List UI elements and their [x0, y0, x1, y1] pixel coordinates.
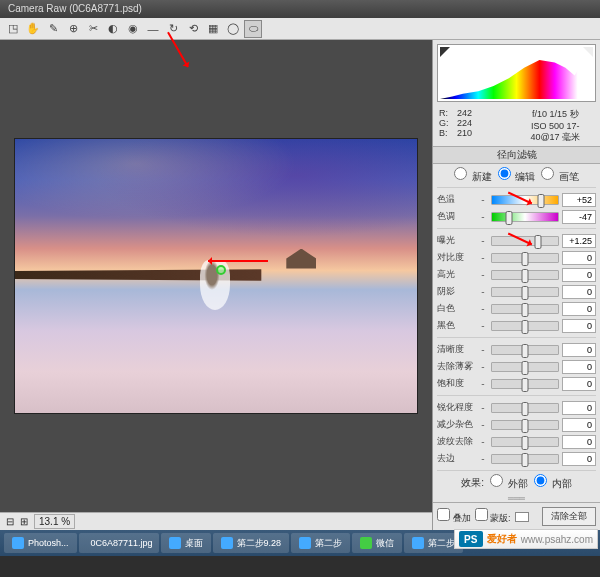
highlight-clip-icon[interactable]	[583, 47, 593, 57]
task-item[interactable]: 微信	[352, 533, 402, 553]
tool-pointer[interactable]: ◳	[4, 20, 22, 38]
slider-thumb[interactable]	[522, 402, 529, 416]
zoom-level[interactable]: 13.1 %	[34, 514, 75, 529]
mode-edit[interactable]: 编辑	[498, 167, 536, 184]
slider-track[interactable]	[491, 253, 559, 263]
slider-sharpness[interactable]: 锐化程度-0	[437, 399, 596, 416]
slider-track[interactable]	[491, 454, 559, 464]
slider-saturation[interactable]: 饱和度-0	[437, 375, 596, 392]
slider-label: 减少杂色	[437, 418, 475, 431]
slider-value[interactable]: 0	[562, 319, 596, 333]
slider-value[interactable]: 0	[562, 251, 596, 265]
tool-clone[interactable]: ↻	[164, 20, 182, 38]
task-item[interactable]: 第二步	[291, 533, 350, 553]
zoom-out-icon[interactable]: ⊟	[6, 516, 14, 527]
slider-thumb[interactable]	[522, 320, 529, 334]
tool-crop[interactable]: ✂	[84, 20, 102, 38]
overlay-checkbox[interactable]: 叠加	[437, 508, 471, 525]
slider-blacks[interactable]: 黑色-0	[437, 317, 596, 334]
slider-value[interactable]: 0	[562, 452, 596, 466]
slider-track[interactable]	[491, 345, 559, 355]
mask-color-swatch[interactable]	[515, 512, 529, 522]
preview-image[interactable]	[14, 138, 417, 414]
drag-handle[interactable]: ═══	[433, 494, 600, 502]
slider-value[interactable]: 0	[562, 401, 596, 415]
slider-track[interactable]	[491, 212, 559, 222]
slider-moire[interactable]: 波纹去除-0	[437, 433, 596, 450]
mode-brush[interactable]: 画笔	[541, 167, 579, 184]
slider-value[interactable]: 0	[562, 268, 596, 282]
tool-hand[interactable]: ✋	[24, 20, 42, 38]
slider-thumb[interactable]	[522, 419, 529, 433]
slider-track[interactable]	[491, 379, 559, 389]
slider-thumb[interactable]	[522, 269, 529, 283]
slider-thumb[interactable]	[522, 436, 529, 450]
slider-track[interactable]	[491, 304, 559, 314]
task-item[interactable]: 桌面	[161, 533, 211, 553]
effect-outside[interactable]: 外部	[490, 474, 528, 491]
tool-rotate[interactable]: ⟲	[184, 20, 202, 38]
slider-track[interactable]	[491, 287, 559, 297]
slider-thumb[interactable]	[537, 194, 544, 208]
slider-track[interactable]	[491, 270, 559, 280]
mask-checkbox[interactable]: 蒙版:	[475, 508, 511, 525]
tool-spot[interactable]: ◐	[104, 20, 122, 38]
tool-radial[interactable]: ⬭	[244, 20, 262, 38]
slider-thumb[interactable]	[522, 453, 529, 467]
sliders-container: 色温-+52色调--47曝光-+1.25对比度-0高光-0阴影-0白色-0黑色-…	[433, 187, 600, 471]
slider-value[interactable]: +52	[562, 193, 596, 207]
slider-value[interactable]: 0	[562, 343, 596, 357]
slider-value[interactable]: 0	[562, 435, 596, 449]
slider-clarity[interactable]: 清晰度-0	[437, 341, 596, 358]
panel-tab-label: 径向滤镜	[433, 146, 600, 164]
slider-label: 阴影	[437, 285, 475, 298]
slider-value[interactable]: 0	[562, 302, 596, 316]
slider-thumb[interactable]	[522, 378, 529, 392]
slider-thumb[interactable]	[522, 252, 529, 266]
effect-inside[interactable]: 内部	[534, 474, 572, 491]
slider-track[interactable]	[491, 420, 559, 430]
slider-contrast[interactable]: 对比度-0	[437, 249, 596, 266]
slider-thumb[interactable]	[522, 361, 529, 375]
slider-value[interactable]: 0	[562, 360, 596, 374]
tool-target[interactable]: ⊕	[64, 20, 82, 38]
radial-pin[interactable]	[216, 265, 226, 275]
slider-temperature[interactable]: 色温-+52	[437, 191, 596, 208]
slider-track[interactable]	[491, 437, 559, 447]
clear-all-button[interactable]: 清除全部	[542, 507, 596, 526]
slider-label: 色调	[437, 210, 475, 223]
tool-eyedropper[interactable]: ✎	[44, 20, 62, 38]
slider-tint[interactable]: 色调--47	[437, 208, 596, 225]
slider-track[interactable]	[491, 321, 559, 331]
slider-thumb[interactable]	[522, 286, 529, 300]
shadow-clip-icon[interactable]	[440, 47, 450, 57]
mode-new[interactable]: 新建	[454, 167, 492, 184]
tool-adjust[interactable]: ◯	[224, 20, 242, 38]
task-item[interactable]: Photosh...	[4, 533, 77, 553]
zoom-in-icon[interactable]: ⊞	[20, 516, 28, 527]
slider-value[interactable]: 0	[562, 285, 596, 299]
slider-label: 清晰度	[437, 343, 475, 356]
slider-thumb[interactable]	[522, 344, 529, 358]
slider-thumb[interactable]	[506, 211, 513, 225]
slider-track[interactable]	[491, 362, 559, 372]
slider-whites[interactable]: 白色-0	[437, 300, 596, 317]
task-item[interactable]: 0C6A87711.jpg	[79, 533, 159, 553]
slider-dehaze[interactable]: 去除薄雾-0	[437, 358, 596, 375]
slider-noise-lum[interactable]: 减少杂色-0	[437, 416, 596, 433]
tool-brush[interactable]: —	[144, 20, 162, 38]
task-item[interactable]: 第二步9.28	[213, 533, 290, 553]
slider-thumb[interactable]	[522, 303, 529, 317]
slider-value[interactable]: +1.25	[562, 234, 596, 248]
slider-defringe[interactable]: 去边-0	[437, 450, 596, 467]
slider-track[interactable]	[491, 403, 559, 413]
slider-value[interactable]: 0	[562, 377, 596, 391]
tool-settings[interactable]: ▦	[204, 20, 222, 38]
histogram[interactable]	[437, 44, 596, 102]
slider-highlights[interactable]: 高光-0	[437, 266, 596, 283]
slider-shadows[interactable]: 阴影-0	[437, 283, 596, 300]
slider-value[interactable]: 0	[562, 418, 596, 432]
tool-eye[interactable]: ◉	[124, 20, 142, 38]
slider-exposure[interactable]: 曝光-+1.25	[437, 232, 596, 249]
slider-value[interactable]: -47	[562, 210, 596, 224]
